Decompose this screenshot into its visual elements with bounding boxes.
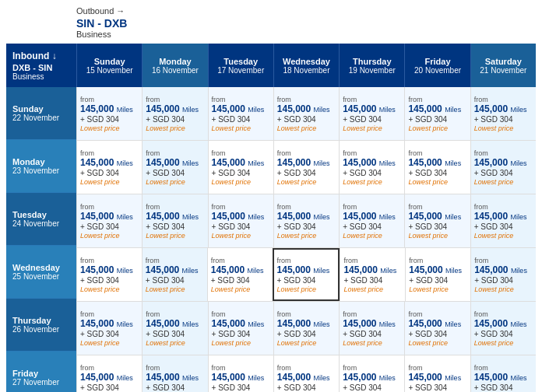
col-header-date: 19 November [343,66,401,75]
price-cell[interactable]: from 145,000 Miles + SGD 304 Lowest pric… [470,248,536,301]
cell-from-label: from [146,257,204,264]
cell-sgd: + SGD 304 [474,222,533,231]
price-cell[interactable]: from 145,000 Miles + SGD 304 Lowest pric… [404,141,470,194]
price-cell[interactable]: from 145,000 Miles + SGD 304 Lowest pric… [273,141,339,194]
inbound-row-header[interactable]: Wednesday25 November [6,246,76,299]
col-header-date: 18 November [277,66,336,75]
price-cell[interactable]: from 145,000 Miles + SGD 304 Lowest pric… [208,302,273,355]
price-cell[interactable]: from 145,000 Miles + SGD 304 Lowest pric… [208,355,273,392]
cell-miles: 145,000 Miles [212,211,270,222]
price-cell[interactable]: from 145,000 Miles + SGD 304 Lowest pric… [208,194,273,247]
price-cell[interactable]: from 145,000 Miles + SGD 304 Lowest pric… [470,141,536,194]
price-cell[interactable]: from 145,000 Miles + SGD 304 Lowest pric… [404,87,470,140]
price-cell[interactable]: from 145,000 Miles + SGD 304 Lowest pric… [207,248,273,301]
cell-from-label: from [146,310,204,318]
price-cell[interactable]: from 145,000 Miles + SGD 304 Lowest pric… [273,355,339,392]
price-cell[interactable]: from 145,000 Miles + SGD 304 Lowest pric… [142,302,207,355]
price-cell[interactable]: from 145,000 Miles + SGD 304 Lowest pric… [208,141,273,194]
cell-miles: 145,000 Miles [277,264,336,275]
inbound-row-header[interactable]: Friday27 November [6,352,76,392]
miles-unit: Miles [182,267,199,275]
price-cell[interactable]: from 145,000 Miles + SGD 304 Lowest pric… [142,87,207,140]
price-cell[interactable]: from 145,000 Miles + SGD 304 Lowest pric… [273,302,339,355]
cell-from-label: from [80,149,139,157]
cell-from-label: from [343,257,402,264]
price-cell[interactable]: from 145,000 Miles + SGD 304 Lowest pric… [470,194,536,247]
price-cell[interactable]: from 145,000 Miles + SGD 304 Lowest pric… [339,302,404,355]
price-cell[interactable]: from 145,000 Miles + SGD 304 Lowest pric… [404,194,470,247]
lowest-price-label: Lowest price [474,339,533,347]
lowest-price-label: Lowest price [408,339,466,347]
price-cell[interactable]: from 145,000 Miles + SGD 304 Lowest pric… [339,355,404,392]
main-grid: Sunday15 NovemberMonday16 NovemberTuesda… [76,44,536,392]
price-cell[interactable]: from 145,000 Miles + SGD 304 Lowest pric… [142,194,207,247]
miles-unit: Miles [445,374,461,382]
price-cell[interactable]: from 145,000 Miles + SGD 304 Lowest pric… [470,87,536,140]
price-cell[interactable]: from 145,000 Miles + SGD 304 Lowest pric… [339,87,404,140]
lowest-price-label: Lowest price [146,178,204,186]
price-cell[interactable]: from 145,000 Miles + SGD 304 Lowest pric… [76,302,142,355]
miles-unit: Miles [379,159,396,167]
inbound-row-header[interactable]: Tuesday24 November [6,193,76,246]
lowest-price-label: Lowest price [408,178,466,186]
cell-miles: 145,000 Miles [212,372,270,383]
cell-miles: 145,000 Miles [408,318,466,329]
cell-sgd: + SGD 304 [343,383,401,392]
miles-unit: Miles [510,213,526,221]
grid-row: from 145,000 Miles + SGD 304 Lowest pric… [76,302,536,355]
price-cell[interactable]: from 145,000 Miles + SGD 304 Lowest pric… [208,87,273,140]
header-area: Outbound → SIN - DXB Business [6,6,536,39]
price-cell[interactable]: from 145,000 Miles + SGD 304 Lowest pric… [340,248,405,301]
price-cell[interactable]: from 145,000 Miles + SGD 304 Lowest pric… [273,248,340,301]
price-cell[interactable]: from 145,000 Miles + SGD 304 Lowest pric… [339,194,404,247]
inbound-row-header[interactable]: Monday23 November [6,140,76,193]
grid-container: Inbound ↓ DXB - SIN Business Sunday22 No… [6,44,536,392]
price-cell[interactable]: from 145,000 Miles + SGD 304 Lowest pric… [142,248,207,301]
cell-from-label: from [80,257,139,264]
price-cell[interactable]: from 145,000 Miles + SGD 304 Lowest pric… [142,355,207,392]
miles-unit: Miles [511,267,527,275]
price-cell[interactable]: from 145,000 Miles + SGD 304 Lowest pric… [273,87,339,140]
cell-from-label: from [408,203,466,211]
cell-sgd: + SGD 304 [277,169,336,177]
cell-sgd: + SGD 304 [146,222,204,231]
cell-miles: 145,000 Miles [277,211,336,222]
col-header: Friday20 November [404,44,470,87]
cell-miles: 145,000 Miles [277,318,336,329]
miles-unit: Miles [445,159,461,167]
price-cell[interactable]: from 145,000 Miles + SGD 304 Lowest pric… [142,141,207,194]
row-date: 22 November [12,114,70,122]
inbound-row-header[interactable]: Sunday22 November [6,87,76,140]
price-cell[interactable]: from 145,000 Miles + SGD 304 Lowest pric… [404,302,470,355]
price-cell[interactable]: from 145,000 Miles + SGD 304 Lowest pric… [405,248,470,301]
miles-unit: Miles [313,267,329,275]
col-header: Thursday19 November [339,44,404,87]
price-cell[interactable]: from 145,000 Miles + SGD 304 Lowest pric… [273,194,339,247]
price-cell[interactable]: from 145,000 Miles + SGD 304 Lowest pric… [404,355,470,392]
price-cell[interactable]: from 145,000 Miles + SGD 304 Lowest pric… [470,355,536,392]
col-header-day: Monday [146,57,204,66]
price-cell[interactable]: from 145,000 Miles + SGD 304 Lowest pric… [76,141,142,194]
miles-unit: Miles [314,320,330,328]
cell-sgd: + SGD 304 [80,169,139,177]
inbound-row-header[interactable]: Thursday26 November [6,299,76,352]
cell-sgd: + SGD 304 [474,383,533,392]
cell-sgd: + SGD 304 [408,222,466,231]
price-cell[interactable]: from 145,000 Miles + SGD 304 Lowest pric… [76,248,142,301]
lowest-price-label: Lowest price [212,124,270,132]
price-cell[interactable]: from 145,000 Miles + SGD 304 Lowest pric… [339,141,404,194]
miles-unit: Miles [510,374,526,382]
price-cell[interactable]: from 145,000 Miles + SGD 304 Lowest pric… [76,355,142,392]
price-cell[interactable]: from 145,000 Miles + SGD 304 Lowest pric… [470,302,536,355]
cell-from-label: from [474,364,533,372]
grid-row: from 145,000 Miles + SGD 304 Lowest pric… [76,87,536,141]
cell-sgd: + SGD 304 [277,276,336,285]
lowest-price-label: Lowest price [277,285,336,293]
lowest-price-label: Lowest price [277,178,336,186]
lowest-price-label: Lowest price [80,124,139,132]
inbound-class: Business [12,72,70,81]
price-cell[interactable]: from 145,000 Miles + SGD 304 Lowest pric… [76,194,142,247]
cell-sgd: + SGD 304 [146,383,204,392]
cell-miles: 145,000 Miles [277,372,336,383]
price-cell[interactable]: from 145,000 Miles + SGD 304 Lowest pric… [76,87,142,140]
